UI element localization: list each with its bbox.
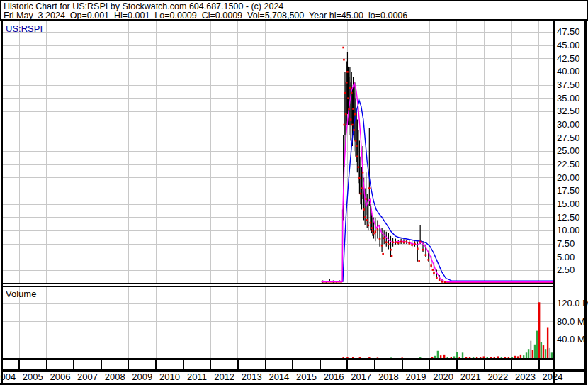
year-label: 2010	[159, 372, 180, 382]
volume-bar	[431, 357, 433, 358]
price-tick-label: 22.50	[557, 160, 587, 169]
close-mark	[427, 259, 429, 261]
close-mark	[383, 237, 385, 239]
close-mark	[347, 97, 349, 99]
volume-zero-line	[3, 358, 553, 360]
volume-bar	[456, 352, 458, 358]
year-tick	[155, 360, 157, 369]
volume-panel-top-border	[3, 286, 553, 287]
volume-tick-label: 120.0 M	[557, 298, 587, 308]
close-mark	[406, 241, 408, 243]
year-tick	[320, 360, 321, 369]
volume-bar	[514, 356, 516, 358]
year-label: 2023	[515, 372, 536, 382]
volume-bar	[497, 356, 499, 358]
price-tick-label: 47.50	[557, 27, 587, 37]
year-tick	[402, 360, 403, 369]
close-mark	[377, 229, 379, 231]
close-mark	[361, 187, 363, 189]
close-mark	[400, 241, 402, 243]
volume-bar	[437, 351, 439, 358]
volume-bar	[419, 357, 421, 358]
close-mark	[355, 140, 357, 142]
year-tick	[265, 360, 266, 369]
close-mark	[343, 59, 345, 61]
close-mark	[352, 108, 354, 110]
year-label: 2008	[105, 372, 125, 382]
close-mark	[356, 156, 358, 158]
volume-bar	[538, 302, 540, 358]
year-label: 2024	[543, 372, 563, 382]
year-tick	[237, 360, 239, 369]
volume-bar	[368, 357, 370, 358]
volume-tick-label: 40.0 M	[557, 335, 587, 345]
price-tick-label: 40.00	[557, 67, 587, 77]
volume-bar	[342, 357, 344, 358]
close-mark	[350, 118, 352, 121]
volume-bar	[346, 357, 348, 358]
volume-bar	[352, 357, 354, 358]
close-mark	[433, 272, 435, 274]
year-label: 2012	[214, 372, 234, 382]
year-label: 2016	[324, 372, 344, 382]
close-mark	[345, 113, 347, 116]
year-label: 2015	[296, 372, 317, 382]
price-tick-label: 20.00	[557, 173, 587, 183]
volume-bar	[534, 345, 536, 358]
close-mark	[344, 92, 346, 94]
volume-bar	[528, 349, 529, 358]
price-tick-label: 37.50	[557, 80, 587, 90]
volume-bar	[508, 357, 509, 358]
close-mark	[414, 243, 416, 245]
volume-bar	[536, 331, 538, 358]
volume-bar	[545, 349, 546, 358]
close-mark	[430, 264, 432, 267]
volume-bar	[480, 357, 481, 358]
volume-bar	[453, 356, 455, 358]
close-mark	[358, 177, 361, 179]
close-mark	[348, 108, 350, 110]
close-mark	[366, 219, 368, 221]
year-tick	[456, 360, 458, 369]
year-label: 2018	[378, 372, 399, 382]
price-tick-label: 42.50	[557, 54, 587, 64]
year-tick	[128, 360, 129, 369]
close-mark	[439, 279, 441, 281]
year-tick	[538, 360, 540, 369]
close-mark	[358, 166, 360, 168]
year-label: 2017	[351, 372, 371, 382]
volume-bar	[517, 356, 519, 358]
close-mark	[432, 269, 434, 271]
volume-bar	[526, 352, 527, 358]
year-label: 2005	[23, 372, 43, 382]
close-mark	[425, 254, 427, 256]
close-mark	[436, 277, 438, 279]
close-mark	[371, 227, 373, 229]
close-mark	[379, 238, 381, 240]
chart-canvas	[0, 0, 588, 385]
price-tick-label: 32.50	[557, 106, 587, 116]
volume-bar	[504, 357, 506, 358]
volume-tick-label: 80.0 M	[557, 317, 587, 327]
close-mark	[419, 241, 422, 243]
close-mark	[364, 216, 366, 218]
year-label: 2020	[433, 372, 453, 382]
close-mark	[388, 243, 390, 245]
close-mark	[411, 244, 413, 246]
close-mark	[351, 124, 354, 126]
close-mark	[349, 87, 351, 89]
close-mark	[422, 249, 424, 251]
close-mark	[408, 242, 410, 245]
close-mark	[356, 145, 358, 147]
close-mark	[418, 260, 420, 262]
volume-bar	[523, 355, 524, 358]
volume-bar	[476, 357, 477, 358]
volume-bar	[359, 357, 361, 358]
chart-left-border	[1, 20, 3, 384]
price-tick-label: 10.00	[557, 225, 587, 235]
price-tick-label: 5.00	[557, 252, 587, 262]
symbol-label: US:RSPI	[6, 23, 43, 34]
volume-bar	[443, 355, 445, 358]
volume-bar	[511, 357, 513, 358]
volume-bar	[501, 357, 502, 358]
